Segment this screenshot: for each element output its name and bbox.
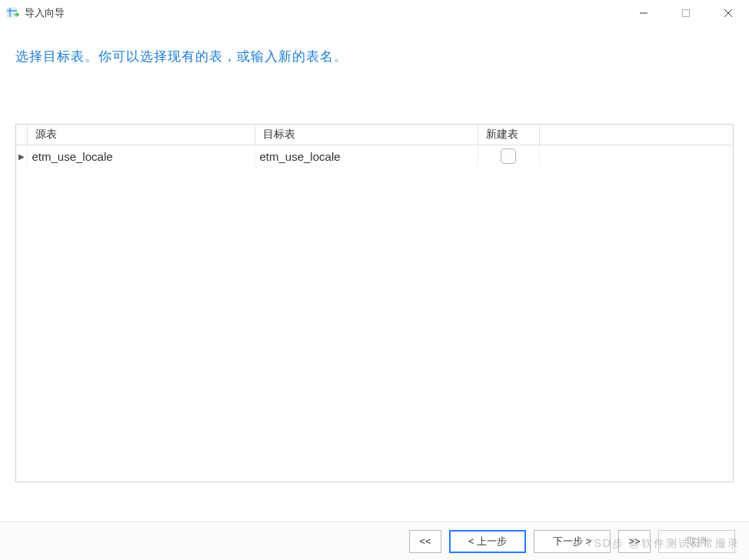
next-button[interactable]: 下一步 > (534, 530, 611, 553)
cell-new[interactable] (478, 145, 539, 168)
content-area: 选择目标表。你可以选择现有的表，或输入新的表名。 源表 目标表 新建表 ▶ et… (0, 26, 749, 482)
svg-rect-4 (682, 10, 689, 17)
table-row[interactable]: ▶ etm_use_locale etm_use_locale (16, 145, 733, 168)
close-button[interactable] (707, 0, 749, 26)
header-new[interactable]: 新建表 (478, 125, 539, 145)
header-spacer (539, 125, 733, 145)
maximize-button[interactable] (664, 0, 707, 26)
title-bar: 导入向导 (0, 0, 749, 26)
prev-button[interactable]: < 上一步 (449, 530, 526, 553)
instruction-text: 选择目标表。你可以选择现有的表，或输入新的表名。 (15, 48, 734, 65)
row-marker-icon: ▶ (16, 145, 27, 168)
window-controls (622, 0, 749, 26)
first-button[interactable]: << (409, 530, 441, 553)
app-icon (6, 6, 20, 20)
last-button[interactable]: >> (618, 530, 651, 553)
minimize-button[interactable] (622, 0, 664, 26)
header-target[interactable]: 目标表 (255, 125, 478, 145)
cell-spacer (539, 145, 733, 168)
cell-source[interactable]: etm_use_locale (27, 145, 255, 168)
wizard-footer: << < 上一步 下一步 > >> 取消 (0, 522, 749, 560)
mapping-table: 源表 目标表 新建表 ▶ etm_use_locale etm_use_loca… (15, 124, 734, 482)
window-title: 导入向导 (25, 6, 622, 20)
cancel-button[interactable]: 取消 (658, 530, 735, 553)
header-source[interactable]: 源表 (27, 125, 255, 145)
svg-rect-0 (7, 8, 17, 17)
new-table-checkbox[interactable] (501, 148, 516, 164)
header-marker (16, 125, 27, 145)
cell-target[interactable]: etm_use_locale (255, 145, 478, 168)
